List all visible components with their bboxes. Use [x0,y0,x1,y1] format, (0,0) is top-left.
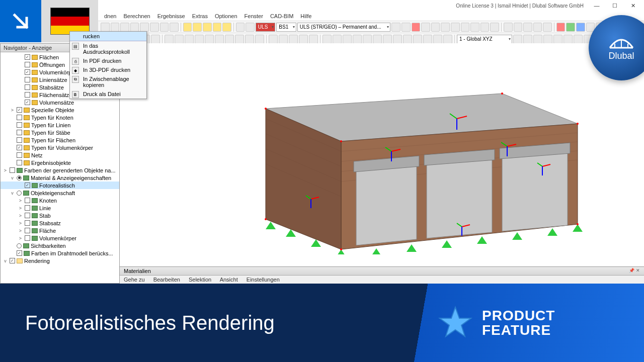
tool-button[interactable] [160,23,169,32]
context-menu-item[interactable]: ◆In 3D-PDF drucken [70,65,146,74]
tool-button[interactable] [513,35,522,44]
tool-button[interactable] [101,23,110,32]
pin-icon[interactable]: 📌 ✕ [629,268,640,274]
tool-button[interactable] [246,23,255,32]
tool-button[interactable] [421,23,430,32]
tool-button[interactable] [193,23,202,32]
context-menu-item[interactable]: ⧉In Zwischenablage kopieren [70,74,146,89]
tree-item[interactable]: >Volumenkörper [1,234,119,242]
tree-item[interactable]: Ergebnisobjekte [1,159,119,166]
tool-button[interactable] [269,35,278,44]
tool-button[interactable] [150,23,159,32]
tool-button[interactable] [353,35,362,44]
tree-item[interactable]: >Stab [1,212,119,219]
tree-item[interactable]: >Spezielle Objekte [1,106,119,114]
tool-button[interactable] [203,23,212,32]
loadcase-tag[interactable]: ULS [256,23,275,32]
tool-button[interactable] [130,23,139,32]
tool-button[interactable] [213,23,222,32]
menu-item[interactable]: dnen [101,13,120,19]
tool-button[interactable] [523,23,532,32]
tree-item[interactable]: >Farben der gerenderten Objekte na... [1,166,119,174]
tool-button[interactable] [391,23,400,32]
tool-button[interactable] [523,35,532,44]
tool-button[interactable] [553,35,562,44]
close-button[interactable]: ✕ [624,0,642,11]
maximize-button[interactable]: ☐ [606,0,624,11]
tool-button[interactable] [564,35,573,44]
tool-button[interactable] [412,23,421,32]
tool-button[interactable] [215,35,224,44]
context-menu-header[interactable]: rucken [70,32,146,41]
tree-item[interactable]: Volumensätze [1,99,119,106]
tool-button[interactable] [490,23,499,32]
context-menu-item[interactable]: 🗎Druck als Datei [70,89,146,99]
tool-button[interactable] [504,23,513,32]
tool-button[interactable] [431,23,440,32]
tool-button[interactable] [556,23,566,32]
tool-button[interactable] [443,35,452,44]
tool-button[interactable] [533,35,542,44]
tool-button[interactable] [140,23,149,32]
coord-system-combo[interactable]: 1 - Global XYZ [457,35,512,44]
menu-item[interactable]: CAD-BIM [267,13,297,19]
tree-item[interactable]: Netz [1,151,119,159]
tool-button[interactable] [514,23,523,32]
tree-item[interactable]: Sichtbarkeiten [1,242,119,249]
tree-item[interactable]: vMaterial & Anzeigeeigenschaften [1,174,119,182]
tool-button[interactable] [170,23,179,32]
tool-button[interactable] [225,35,234,44]
tool-button[interactable] [461,23,470,32]
loadcase-combo[interactable]: ULS (STR/GEO) – Permanent and... [297,23,391,32]
tool-button[interactable] [255,35,264,44]
tool-button[interactable] [236,23,245,32]
tool-button[interactable] [401,23,411,32]
tool-button[interactable] [543,35,552,44]
menu-item[interactable]: Ergebnisse [154,13,189,19]
tool-button[interactable] [403,35,412,44]
panel-menu-item[interactable]: Bearbeiten [153,277,180,283]
tree-item[interactable]: Typen für Volumenkörper [1,144,119,151]
tree-item[interactable]: Typen für Knoten [1,114,119,121]
tool-button[interactable] [543,23,552,32]
context-menu-item[interactable]: ▤In das Ausdrucksprotokoll [70,41,146,56]
tool-button[interactable] [195,35,204,44]
panel-menu-item[interactable]: Selektion [189,277,211,283]
tool-button[interactable] [433,35,442,44]
tool-button[interactable] [480,23,490,32]
context-menu-item[interactable]: ⎙In PDF drucken [70,56,146,65]
tool-button[interactable] [383,35,392,44]
tool-button[interactable] [183,23,192,32]
tool-button[interactable] [363,35,372,44]
tool-button[interactable] [333,35,342,44]
loadcase-code[interactable]: BS1 [276,23,296,32]
menu-item[interactable]: Berechnen [120,13,153,19]
tool-button[interactable] [423,35,432,44]
tree-item[interactable]: >Fläche [1,227,119,234]
tree-item[interactable]: vRendering [1,257,119,264]
tree-item[interactable]: Typen für Linien [1,121,119,129]
tool-button[interactable] [373,35,382,44]
tool-button[interactable] [235,35,244,44]
tool-button[interactable] [111,23,120,32]
tool-button[interactable] [533,23,542,32]
tool-button[interactable] [299,35,308,44]
tree-item[interactable]: Farben im Drahtmodell berücks... [1,249,119,257]
tool-button[interactable] [245,35,254,44]
tree-item[interactable]: Typen für Stäbe [1,129,119,136]
tool-button[interactable] [289,35,298,44]
tree-item[interactable]: >Stabsatz [1,219,119,227]
tool-button[interactable] [451,23,460,32]
tool-button[interactable] [441,23,450,32]
menu-item[interactable]: Hilfe [297,13,315,19]
tree-item[interactable]: Typen für Flächen [1,136,119,144]
panel-menu-item[interactable]: Ansicht [220,277,238,283]
panel-menu-item[interactable]: Gehe zu [124,277,145,283]
panel-menu-item[interactable]: Einstellungen [247,277,280,283]
tool-button[interactable] [323,35,332,44]
tool-button[interactable] [222,23,231,32]
tree-item[interactable]: >Linie [1,204,119,212]
menu-item[interactable]: Optionen [211,13,241,19]
tool-button[interactable] [205,35,214,44]
tool-button[interactable] [343,35,352,44]
